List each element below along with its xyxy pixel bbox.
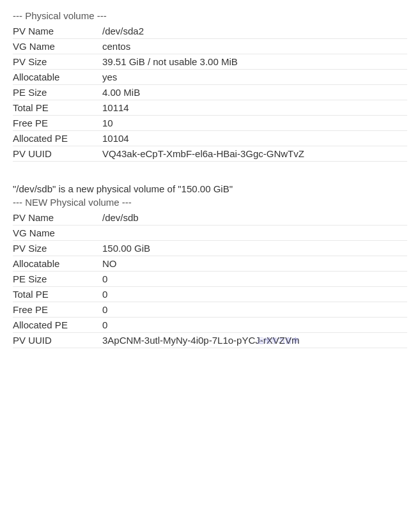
pe-size-row-1: PE Size 4.00 MiB: [13, 85, 407, 100]
section-header-2: --- NEW Physical volume ---: [13, 197, 407, 208]
total-pe-label-2: Total PE: [13, 289, 102, 300]
pv-uuid-row-2: PV UUID 3ApCNM-3utl-MyNy-4i0p-7L1o-pYCJ-…: [13, 333, 407, 348]
section-pv1: --- Physical volume --- PV Name /dev/sda…: [13, 10, 407, 162]
allocatable-label-1: Allocatable: [13, 72, 102, 82]
pv-size-row-2: PV Size 150.00 GiB: [13, 241, 407, 256]
pv-uuid-row-1: PV UUID VQ43ak-eCpT-XmbF-el6a-HBai-3Ggc-…: [13, 146, 407, 162]
pv-uuid-value-2: 3ApCNM-3utl-MyNy-4i0p-7L1o-pYCJ-rXVZVm: [102, 335, 299, 346]
free-pe-label-2: Free PE: [13, 304, 102, 315]
vg-name-row-1: VG Name centos: [13, 39, 407, 54]
free-pe-row-1: Free PE 10: [13, 116, 407, 131]
pv-size-label-1: PV Size: [13, 56, 102, 67]
pv-size-value-1: 39.51 GiB / not usable 3.00 MiB: [102, 56, 238, 67]
pe-size-row-2: PE Size 0: [13, 272, 407, 287]
pe-size-value-2: 0: [102, 273, 107, 284]
pv-size-label-2: PV Size: [13, 243, 102, 254]
section-header-1: --- Physical volume ---: [13, 10, 407, 21]
allocatable-row-1: Allocatable yes: [13, 70, 407, 85]
total-pe-value-2: 0: [102, 289, 107, 300]
pv-name-label-1: PV Name: [13, 26, 102, 36]
allocated-pe-label-2: Allocated PE: [13, 319, 102, 330]
vg-name-row-2: VG Name: [13, 226, 407, 241]
pv-size-row-1: PV Size 39.51 GiB / not usable 3.00 MiB: [13, 54, 407, 70]
allocated-pe-row-1: Allocated PE 10104: [13, 131, 407, 146]
pv-name-row-1: PV Name /dev/sda2: [13, 24, 407, 39]
free-pe-value-2: 0: [102, 304, 107, 315]
allocatable-label-2: Allocatable: [13, 258, 102, 269]
pv-uuid-label-2: PV UUID: [13, 335, 102, 346]
pv-name-value-2: /dev/sdb: [102, 212, 139, 223]
pe-size-value-1: 4.00 MiB: [102, 87, 140, 98]
allocatable-value-1: yes: [102, 72, 117, 82]
total-pe-row-1: Total PE 10114: [13, 100, 407, 116]
allocated-pe-value-1: 10104: [102, 133, 129, 144]
pv-name-row-2: PV Name /dev/sdb: [13, 210, 407, 226]
pv-name-label-2: PV Name: [13, 212, 102, 223]
pv-uuid-label-1: PV UUID: [13, 148, 102, 159]
new-pv-notice: "/dev/sdb" is a new physical volume of "…: [13, 180, 407, 197]
pv-uuid-value-wrapper: 3ApCNM-3utl-MyNy-4i0p-7L1o-pYCJ-rXVZVm 运…: [102, 335, 299, 346]
separator: [13, 167, 407, 180]
allocated-pe-row-2: Allocated PE 0: [13, 318, 407, 333]
pe-size-label-2: PE Size: [13, 273, 102, 284]
pv-name-value-1: /dev/sda2: [102, 26, 144, 36]
allocated-pe-value-2: 0: [102, 319, 107, 330]
allocatable-row-2: Allocatable NO: [13, 256, 407, 272]
vg-name-label-2: VG Name: [13, 227, 102, 238]
pv-uuid-value-1: VQ43ak-eCpT-XmbF-el6a-HBai-3Ggc-GNwTvZ: [102, 148, 304, 159]
free-pe-label-1: Free PE: [13, 118, 102, 128]
pv-size-value-2: 150.00 GiB: [102, 243, 150, 254]
total-pe-label-1: Total PE: [13, 102, 102, 113]
pe-size-label-1: PE Size: [13, 87, 102, 98]
free-pe-value-1: 10: [102, 118, 113, 128]
free-pe-row-2: Free PE 0: [13, 302, 407, 318]
section-pv2: "/dev/sdb" is a new physical volume of "…: [13, 180, 407, 348]
vg-name-label-1: VG Name: [13, 41, 102, 52]
vg-name-value-1: centos: [102, 41, 130, 52]
allocated-pe-label-1: Allocated PE: [13, 133, 102, 144]
total-pe-row-2: Total PE 0: [13, 287, 407, 302]
allocatable-value-2: NO: [102, 258, 117, 269]
total-pe-value-1: 10114: [102, 102, 129, 113]
